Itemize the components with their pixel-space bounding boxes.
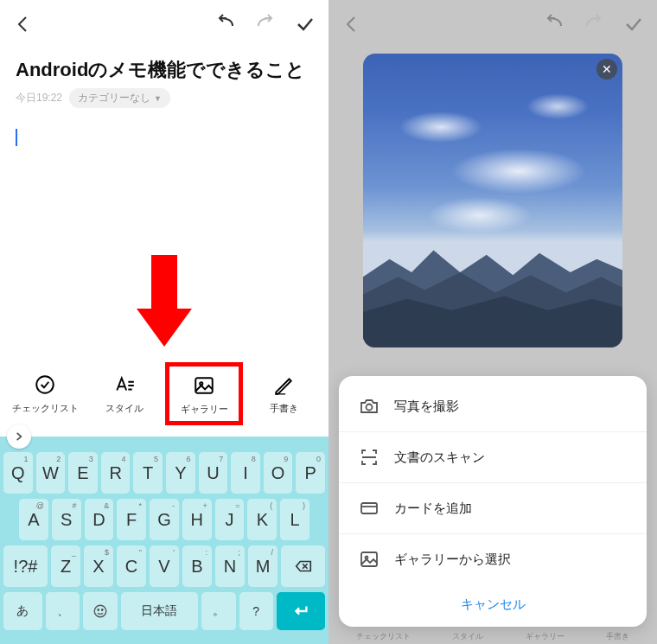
key-b[interactable]: B: xyxy=(182,545,212,587)
key-question[interactable]: ? xyxy=(239,592,273,630)
sheet-item-camera[interactable]: 写真を撮影 xyxy=(339,381,647,432)
key-p[interactable]: P0 xyxy=(296,452,325,494)
inserted-photo[interactable]: ✕ xyxy=(363,54,622,348)
key-m[interactable]: M/ xyxy=(248,545,277,587)
tool-handwriting[interactable]: 手書き xyxy=(245,373,322,415)
svg-point-5 xyxy=(101,609,103,611)
note-body[interactable] xyxy=(0,117,328,246)
undo-icon[interactable] xyxy=(214,13,237,35)
back-icon[interactable] xyxy=(12,13,35,35)
tool-label: スタイル xyxy=(105,402,144,415)
handwriting-icon xyxy=(271,373,296,397)
key-y[interactable]: Y6 xyxy=(166,452,195,494)
key-g[interactable]: G- xyxy=(150,499,179,540)
key-language[interactable]: 日本語 xyxy=(121,592,199,630)
svg-rect-8 xyxy=(361,552,377,566)
key-t[interactable]: T5 xyxy=(133,452,163,494)
topbar xyxy=(0,0,328,48)
note-timestamp: 今日19:22 xyxy=(16,91,62,105)
key-emoji[interactable] xyxy=(83,592,117,630)
checklist-icon xyxy=(33,373,57,397)
close-icon[interactable]: ✕ xyxy=(596,59,617,80)
sheet-label: 文書のスキャン xyxy=(394,450,485,466)
key-j[interactable]: J= xyxy=(215,499,245,540)
bg-toolbar-labels: チェックリスト スタイル ギャラリー 手書き xyxy=(328,631,657,642)
key-x[interactable]: X$ xyxy=(84,545,113,587)
key-c[interactable]: C" xyxy=(117,545,146,587)
sheet-label: ギャラリーから選択 xyxy=(394,552,511,568)
svg-rect-1 xyxy=(195,378,213,392)
gallery-icon xyxy=(358,548,380,571)
bg-label: スタイル xyxy=(452,631,483,642)
key-u[interactable]: U7 xyxy=(199,452,228,494)
bg-label: 手書き xyxy=(606,631,629,642)
photo-mountains xyxy=(363,224,622,348)
key-mode[interactable]: あ xyxy=(3,592,42,630)
key-enter[interactable] xyxy=(277,592,325,630)
annotation-arrow xyxy=(0,246,328,350)
card-icon xyxy=(358,497,380,520)
sheet-item-scan[interactable]: 文書のスキャン xyxy=(339,432,647,483)
bg-label: ギャラリー xyxy=(526,631,565,642)
svg-point-6 xyxy=(367,405,373,411)
sheet-cancel-button[interactable]: キャンセル xyxy=(339,584,647,622)
tool-label: ギャラリー xyxy=(181,403,228,416)
text-cursor xyxy=(16,129,17,146)
note-meta: 今日19:22 カテゴリーなし ▼ xyxy=(0,88,328,117)
scan-icon xyxy=(358,446,380,469)
keyboard-expand-icon[interactable] xyxy=(7,424,31,449)
sheet-item-card[interactable]: カードを追加 xyxy=(339,483,647,534)
sheet-label: カードを追加 xyxy=(394,501,472,517)
key-backspace[interactable] xyxy=(281,545,325,587)
key-i[interactable]: I8 xyxy=(231,452,260,494)
key-comma[interactable]: 、 xyxy=(46,592,80,630)
svg-point-3 xyxy=(94,605,106,617)
tool-label: チェックリスト xyxy=(12,402,79,415)
key-q[interactable]: Q1 xyxy=(3,452,33,494)
keyboard: Q1W2E3R4T5Y6U7I8O9P0 A@S#D&F*G-H+J=K(L) … xyxy=(0,437,328,644)
key-z[interactable]: Z_ xyxy=(51,545,80,587)
tool-checklist[interactable]: チェックリスト xyxy=(6,373,84,415)
key-l[interactable]: L) xyxy=(280,499,309,540)
note-title[interactable]: Androidのメモ機能でできること xyxy=(0,48,328,88)
sheet-label: 写真を撮影 xyxy=(394,399,459,415)
key-w[interactable]: W2 xyxy=(36,452,66,494)
key-a[interactable]: A@ xyxy=(19,499,48,540)
tool-gallery[interactable]: ギャラリー xyxy=(165,362,243,425)
undo-icon[interactable] xyxy=(543,13,565,35)
key-period[interactable]: 。 xyxy=(201,592,235,630)
bg-label: チェックリスト xyxy=(356,631,411,642)
svg-rect-7 xyxy=(361,503,377,513)
confirm-icon[interactable] xyxy=(294,13,316,35)
svg-point-0 xyxy=(36,376,54,393)
chevron-down-icon: ▼ xyxy=(154,94,162,103)
key-o[interactable]: O9 xyxy=(264,452,293,494)
key-f[interactable]: F* xyxy=(117,499,146,540)
redo-icon xyxy=(583,13,605,35)
confirm-icon[interactable] xyxy=(622,13,645,35)
key-k[interactable]: K( xyxy=(247,499,277,540)
style-icon xyxy=(112,373,137,397)
key-n[interactable]: N; xyxy=(215,545,245,587)
tool-label: 手書き xyxy=(270,402,298,415)
tool-style[interactable]: スタイル xyxy=(86,373,163,415)
note-editor-screen: Androidのメモ機能でできること 今日19:22 カテゴリーなし ▼ チェッ… xyxy=(0,0,328,644)
image-insert-screen: ✕ チェックリスト スタイル ギャラリー 手書き 写真を撮影 文書のスキャン xyxy=(328,0,657,644)
key-e[interactable]: E3 xyxy=(68,452,98,494)
topbar xyxy=(328,0,657,48)
action-sheet: 写真を撮影 文書のスキャン カードを追加 ギャラリーから選択 キャン xyxy=(339,376,647,627)
camera-icon xyxy=(358,395,380,418)
key-v[interactable]: V' xyxy=(150,545,179,587)
key-symbols[interactable]: !?# xyxy=(3,545,48,587)
key-r[interactable]: R4 xyxy=(101,452,131,494)
editor-toolbar: チェックリスト スタイル ギャラリー 手書き xyxy=(0,350,328,430)
back-icon[interactable] xyxy=(341,13,363,35)
category-label: カテゴリーなし xyxy=(78,91,150,105)
gallery-icon xyxy=(192,373,216,398)
category-chip[interactable]: カテゴリーなし ▼ xyxy=(69,88,170,108)
sheet-item-gallery[interactable]: ギャラリーから選択 xyxy=(339,534,647,584)
key-d[interactable]: D& xyxy=(85,499,114,540)
key-s[interactable]: S# xyxy=(52,499,81,540)
svg-point-4 xyxy=(98,609,99,611)
key-h[interactable]: H+ xyxy=(182,499,212,540)
